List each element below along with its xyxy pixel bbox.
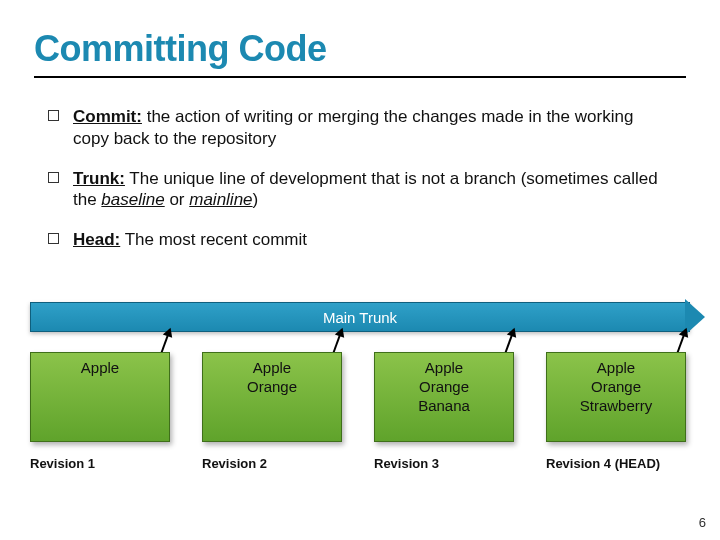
bullet-item-head: Head: The most recent commit <box>48 229 672 251</box>
trunk-diagram: Main Trunk Apple Revision 1 Apple Orange… <box>30 302 690 492</box>
checkbox-icon <box>48 172 59 183</box>
rev-line: Apple <box>31 359 169 378</box>
arrow-up-icon <box>332 329 343 354</box>
slide-title: Committing Code <box>34 28 686 70</box>
bullet-item-commit: Commit: the action of writing or merging… <box>48 106 672 150</box>
title-divider <box>34 76 686 78</box>
rev-line: Orange <box>203 378 341 397</box>
definition-mid: or <box>165 190 190 209</box>
trunk-label: Main Trunk <box>323 309 397 326</box>
em-mainline: mainline <box>189 190 252 209</box>
bullet-item-trunk: Trunk: The unique line of development th… <box>48 168 672 212</box>
rev-line: Apple <box>547 359 685 378</box>
arrow-up-icon <box>160 329 171 354</box>
checkbox-icon <box>48 110 59 121</box>
bullet-text: Commit: the action of writing or merging… <box>73 106 672 150</box>
definition-post: ) <box>253 190 259 209</box>
arrow-up-icon <box>676 329 687 354</box>
revision-label-1: Revision 1 <box>30 456 95 471</box>
main-trunk-bar: Main Trunk <box>30 302 690 332</box>
page-number: 6 <box>699 515 706 530</box>
term: Trunk: <box>73 169 125 188</box>
arrow-up-icon <box>504 329 515 354</box>
term: Head: <box>73 230 120 249</box>
bullet-text: Trunk: The unique line of development th… <box>73 168 672 212</box>
rev-line: Strawberry <box>547 397 685 416</box>
bullet-list: Commit: the action of writing or merging… <box>34 106 686 251</box>
revision-label-3: Revision 3 <box>374 456 439 471</box>
revision-box-4: Apple Orange Strawberry <box>546 352 686 442</box>
revisions-row: Apple Revision 1 Apple Orange Revision 2… <box>30 352 690 492</box>
checkbox-icon <box>48 233 59 244</box>
revision-label-2: Revision 2 <box>202 456 267 471</box>
definition: the action of writing or merging the cha… <box>73 107 633 148</box>
rev-line: Apple <box>375 359 513 378</box>
rev-line: Orange <box>375 378 513 397</box>
revision-box-1: Apple <box>30 352 170 442</box>
bullet-text: Head: The most recent commit <box>73 229 672 251</box>
rev-line: Banana <box>375 397 513 416</box>
revision-label-4: Revision 4 (HEAD) <box>546 456 660 471</box>
revision-box-2: Apple Orange <box>202 352 342 442</box>
rev-line: Apple <box>203 359 341 378</box>
revision-box-3: Apple Orange Banana <box>374 352 514 442</box>
em-baseline: baseline <box>101 190 164 209</box>
term: Commit: <box>73 107 142 126</box>
definition: The most recent commit <box>120 230 307 249</box>
rev-line: Orange <box>547 378 685 397</box>
